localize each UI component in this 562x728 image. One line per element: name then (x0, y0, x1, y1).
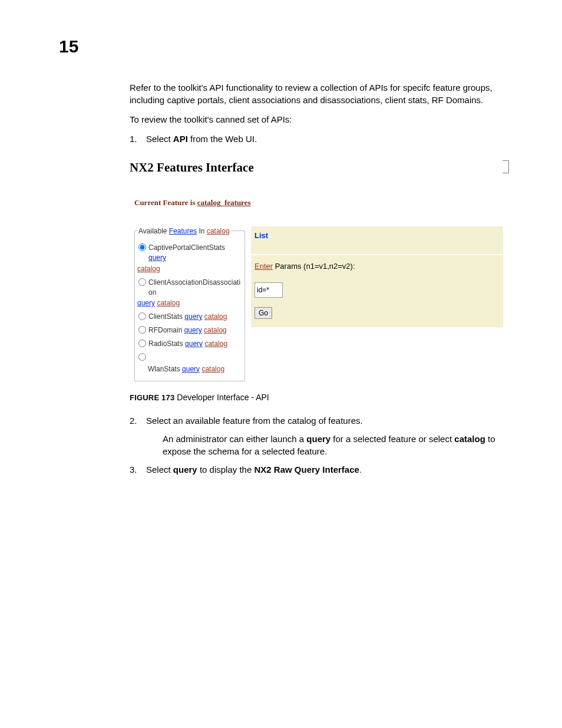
list-label[interactable]: List (254, 231, 268, 240)
feature-text: RFDomain query catalog (148, 325, 242, 335)
s2-b2: catalog (454, 434, 485, 444)
feature-text: ClientStats query catalog (148, 312, 242, 322)
current-feature-label: Current Feature is catalog_features (134, 197, 503, 208)
feature-query-link[interactable]: query (137, 299, 155, 307)
s3-post: . (359, 465, 362, 475)
params-band: Enter Params (n1=v1,n2=v2): Go (251, 255, 503, 327)
figure-number: FIGURE 173 (130, 393, 174, 402)
feature-query-link[interactable]: query (184, 312, 202, 321)
figure-title: Developer Interface - API (174, 393, 269, 402)
feature-row: RadioStats query catalog (137, 339, 242, 349)
feature-row: ClientStats query catalog (137, 312, 242, 322)
feature-name: ClientStats (148, 312, 184, 321)
step-3-text: Select query to display the NX2 Raw Quer… (146, 463, 503, 476)
feature-catalog-link[interactable]: catalog (204, 312, 227, 321)
feature-text: ClientAssociationDisassociation (148, 278, 242, 298)
legend-features-link[interactable]: Features (169, 227, 197, 235)
step-2-number: 2. (130, 414, 146, 427)
feature-name: WlanStats (148, 365, 182, 373)
figure-caption: FIGURE 173 Developer Interface - API (130, 392, 503, 404)
feature-catalog-link[interactable]: catalog (137, 265, 160, 273)
feature-text: catalog (137, 264, 242, 274)
feature-query-link[interactable]: query (184, 326, 202, 334)
list-band: List (251, 226, 503, 254)
feature-catalog-link[interactable]: catalog (204, 326, 227, 334)
screenshot-title: NX2 Features Interface (130, 159, 503, 176)
step-2-text: Select an available feature from the cat… (146, 414, 503, 427)
page-number: 15 (59, 34, 78, 59)
feature-query-link[interactable]: query (182, 365, 200, 373)
params-line: Enter Params (n1=v1,n2=v2): (254, 261, 500, 272)
scrollbar-sliver-icon (503, 160, 509, 173)
feature-text: RadioStats query catalog (148, 339, 242, 349)
features-legend: Available Features In catalog (137, 226, 231, 236)
screenshot-title-text: NX2 Features Interface (130, 160, 254, 174)
feature-row: ClientAssociationDisassociation (137, 278, 242, 298)
feature-row: query catalog (137, 298, 242, 308)
feature-catalog-link[interactable]: catalog (201, 365, 224, 373)
s3-b1: query (173, 465, 197, 475)
feature-row (137, 353, 242, 361)
feature-radio[interactable] (138, 340, 146, 347)
feature-radio[interactable] (138, 278, 146, 286)
current-feature-prefix: Current Feature is (134, 198, 197, 207)
feature-row: WlanStats query catalog (137, 364, 242, 374)
feature-name: RFDomain (148, 326, 184, 334)
s3-b2: NX2 Raw Query Interface (254, 465, 359, 475)
params-input[interactable] (254, 282, 283, 298)
step-1-bold: API (173, 134, 188, 144)
feature-text: WlanStats query catalog (148, 364, 242, 374)
feature-radio[interactable] (138, 243, 146, 251)
screenshot-figure: NX2 Features Interface Current Feature i… (130, 159, 503, 381)
current-feature-link[interactable]: catalog_features (197, 198, 251, 207)
legend-mid: In (197, 227, 207, 235)
feature-row: RFDomain query catalog (137, 325, 242, 335)
feature-name: RadioStats (148, 340, 185, 348)
feature-catalog-link[interactable]: catalog (204, 340, 227, 348)
feature-radio[interactable] (138, 353, 146, 361)
step-1-pre: Select (146, 134, 173, 144)
s3-mid: to display the (197, 465, 254, 475)
enter-link[interactable]: Enter (254, 262, 273, 271)
intro-para-1: Refer to the toolkit's API functionality… (130, 81, 503, 106)
feature-catalog-link[interactable]: catalog (157, 299, 180, 307)
feature-radio[interactable] (138, 312, 146, 320)
step-1-text: Select API from the Web UI. (146, 133, 503, 145)
s2-pre: An administrator can either launch a (163, 434, 306, 444)
features-fieldset: Available Features In catalog CaptivePor… (134, 226, 245, 382)
feature-text: CaptivePortalClientStats query (148, 243, 242, 263)
go-button[interactable]: Go (254, 307, 272, 319)
step-2-detail: An administrator can either launch a que… (163, 433, 503, 457)
s2-mid: for a selected feature or select (330, 434, 454, 444)
feature-query-link[interactable]: query (148, 253, 166, 262)
params-rest: Params (n1=v1,n2=v2): (273, 262, 355, 271)
step-1-number: 1. (130, 133, 146, 145)
feature-name: CaptivePortalClientStats (148, 243, 225, 252)
feature-text: query catalog (137, 298, 242, 308)
s3-pre: Select (146, 465, 173, 475)
intro-para-2: To review the toolkit's canned set of AP… (130, 113, 503, 126)
feature-row: CaptivePortalClientStats query (137, 243, 242, 263)
feature-name: ClientAssociationDisassociation (148, 278, 240, 297)
feature-row: catalog (137, 264, 242, 274)
s2-b1: query (306, 434, 330, 444)
step-1-post: from the Web UI. (188, 134, 257, 144)
feature-query-link[interactable]: query (185, 340, 203, 348)
legend-pre: Available (138, 227, 169, 235)
step-3-number: 3. (130, 463, 146, 476)
feature-radio[interactable] (138, 326, 146, 334)
legend-catalog-link[interactable]: catalog (207, 227, 230, 235)
